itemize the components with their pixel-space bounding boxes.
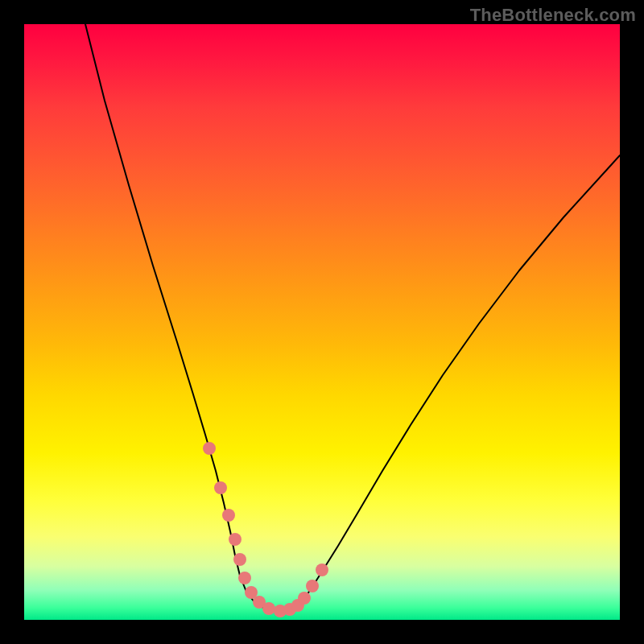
marker-dot — [316, 564, 328, 576]
marker-dot — [306, 580, 319, 592]
marker-dot — [229, 533, 242, 546]
marker-dot — [233, 553, 246, 566]
chart-frame: TheBottleneck.com — [0, 0, 644, 644]
marker-dot — [298, 592, 311, 605]
curve-markers — [203, 442, 328, 617]
bottleneck-curve — [85, 24, 620, 612]
marker-dot — [214, 481, 227, 494]
marker-dot — [238, 572, 251, 584]
watermark-text: TheBottleneck.com — [470, 5, 636, 26]
marker-dot — [203, 442, 216, 455]
plot-area — [24, 24, 620, 620]
marker-dot — [262, 602, 275, 615]
chart-svg — [24, 24, 620, 620]
marker-dot — [222, 509, 235, 522]
